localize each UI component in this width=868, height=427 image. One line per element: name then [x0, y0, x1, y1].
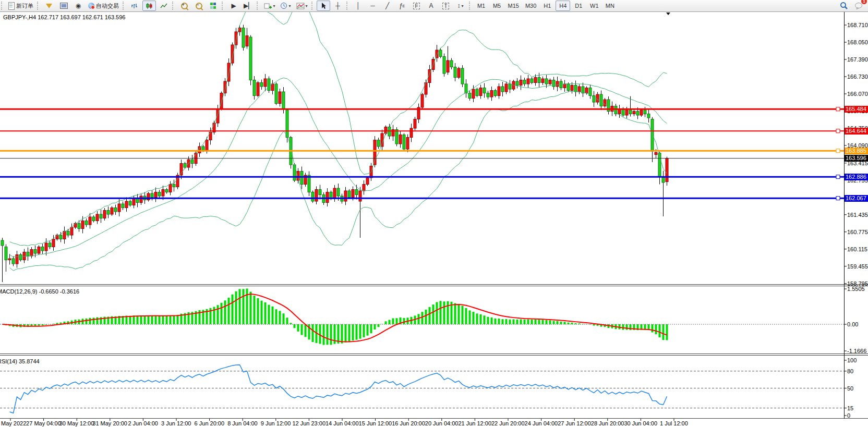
toolbar-grip[interactable] — [222, 2, 225, 10]
price-tick-label: 160.775 — [847, 229, 868, 235]
time-label: 21 Jun 12:00 — [458, 420, 491, 426]
axis-frame — [0, 11, 868, 421]
rsi-pane[interactable] — [0, 365, 844, 413]
price-line-label[interactable]: 163.885 — [845, 148, 868, 154]
timeframe-button-H1[interactable]: H1 — [540, 1, 554, 11]
auto-scroll-button[interactable]: ▶ — [227, 1, 240, 11]
rsi-scale-label: 100 — [847, 357, 857, 363]
zoom-out-button[interactable]: − — [192, 1, 206, 11]
timeframe-button-D1[interactable]: D1 — [571, 1, 586, 11]
arrows-icon: ↕ — [457, 3, 461, 9]
main-pane[interactable] — [0, 1, 844, 282]
macd-label: MACD(12,26,9) -0.6650 -0.3616 — [0, 288, 79, 295]
new-order-button[interactable]: 新订单 — [6, 1, 35, 11]
price-line-label[interactable]: 162.067 — [845, 195, 868, 202]
time-label: 2 Jun 04:00 — [128, 420, 158, 426]
time-label: 30 May 12:00 — [59, 420, 94, 426]
signals-button[interactable]: ◉ — [71, 1, 85, 11]
zoom-in-button[interactable]: + — [177, 1, 191, 11]
tile-windows-icon — [210, 3, 216, 9]
timeframe-button-M15[interactable]: M15 — [505, 1, 522, 11]
bollinger-lower[interactable] — [10, 91, 667, 271]
toolbar-grip[interactable] — [37, 2, 41, 10]
price-tick-label: 167.390 — [847, 56, 868, 63]
chart-canvas[interactable] — [0, 0, 868, 427]
timeframe-button-M5[interactable]: M5 — [490, 1, 504, 11]
rsi-scale-label: 80 — [847, 368, 853, 374]
bollinger-middle[interactable] — [10, 78, 667, 258]
notifications-button[interactable]: 1 — [852, 1, 865, 11]
chart-title: GBPJPY-,H4 162.717 163.697 162.671 163.5… — [3, 14, 125, 20]
chart-shift-button[interactable]: ▶▏ — [242, 1, 255, 11]
timeframe-button-W1[interactable]: W1 — [587, 1, 601, 11]
text-button[interactable]: A — [425, 1, 438, 11]
line-handle[interactable] — [836, 197, 840, 200]
line-chart-button[interactable] — [157, 1, 171, 11]
vertical-line-button[interactable]: │ — [352, 1, 365, 11]
terminal-icon — [60, 3, 68, 9]
autotrading-label: 自动交易 — [96, 2, 119, 10]
periods-button[interactable]: ▾ — [278, 1, 293, 11]
time-label: 9 Jun 12:00 — [261, 420, 291, 426]
time-label: 27 Jun 12:00 — [558, 420, 591, 426]
rsi-line[interactable] — [10, 365, 667, 413]
timeframe-button-M30[interactable]: M30 — [523, 1, 539, 11]
price-tick-label: 159.455 — [847, 263, 868, 270]
macd-histogram — [5, 288, 668, 345]
cursor-button[interactable] — [317, 1, 330, 11]
macd-scale-label: 0.00 — [847, 321, 858, 327]
search-icon — [840, 2, 848, 10]
terminal-button[interactable] — [57, 1, 70, 11]
timeframe-button-MN[interactable]: MN — [602, 1, 617, 11]
indicators-button[interactable]: ▾ — [294, 1, 310, 11]
toolbar-grip[interactable] — [1, 2, 5, 10]
zoom-out-icon: − — [196, 3, 202, 9]
channel-icon: F — [413, 3, 419, 9]
time-label: 31 May 20:00 — [92, 420, 127, 426]
price-tick-label: 166.070 — [847, 91, 868, 97]
toolbar-grip[interactable] — [311, 2, 315, 10]
toolbar-grip[interactable] — [469, 2, 473, 10]
profiles-button[interactable] — [42, 1, 56, 11]
rsi-scale-label: 15 — [847, 405, 853, 411]
macd-pane[interactable] — [0, 288, 844, 345]
price-line-label[interactable]: 165.484 — [845, 106, 868, 113]
new-chart-button[interactable]: ▾ — [262, 1, 277, 11]
price-tick-label: 166.730 — [847, 74, 868, 80]
horizontal-line-button[interactable]: ─ — [366, 1, 380, 11]
timeframe-button-M1[interactable]: M1 — [474, 1, 489, 11]
price-tick-label: 168.710 — [847, 22, 868, 28]
fibonacci-button[interactable]: ƒE — [395, 1, 409, 11]
shift-marker-icon[interactable] — [666, 13, 670, 15]
price-line-label[interactable]: 162.886 — [845, 174, 868, 180]
price-line-label[interactable]: 164.644 — [845, 128, 868, 135]
current-price-label[interactable]: 163.596 — [845, 155, 868, 162]
toolbar-grip[interactable] — [172, 2, 176, 10]
bar-chart-button[interactable] — [128, 1, 141, 11]
time-label: 16 Jun 20:00 — [392, 420, 425, 426]
time-label: 28 Jun 20:00 — [591, 420, 624, 426]
autotrading-button[interactable]: 自动交易 — [86, 1, 121, 11]
new-chart-icon — [264, 3, 272, 9]
search-button[interactable] — [837, 1, 851, 11]
time-label: 1 Jul 12:00 — [660, 420, 688, 426]
line-handle[interactable] — [836, 149, 840, 153]
time-label: 15 Jun 12:00 — [359, 420, 392, 426]
crosshair-button[interactable]: ┼ — [331, 1, 345, 11]
toolbar-grip[interactable] — [257, 2, 260, 10]
time-label: 22 Jun 20:00 — [491, 420, 525, 426]
candlestick-button[interactable] — [142, 1, 156, 11]
line-handle[interactable] — [836, 107, 840, 111]
line-handle[interactable] — [836, 129, 840, 133]
arrows-button[interactable]: ↕▾ — [454, 1, 467, 11]
line-handle[interactable] — [836, 175, 840, 179]
timeframe-button-H4[interactable]: H4 — [556, 1, 570, 11]
channel-button[interactable]: F — [410, 1, 424, 11]
toolbar-grip[interactable] — [346, 2, 350, 10]
toolbar-grip[interactable] — [123, 2, 126, 10]
tile-windows-button[interactable] — [207, 1, 220, 11]
text-label-button[interactable]: T — [439, 1, 453, 11]
auto-scroll-icon: ▶ — [231, 3, 236, 9]
trendline-button[interactable]: ╱ — [381, 1, 394, 11]
macd-scale-label: 1.5505 — [847, 286, 865, 292]
